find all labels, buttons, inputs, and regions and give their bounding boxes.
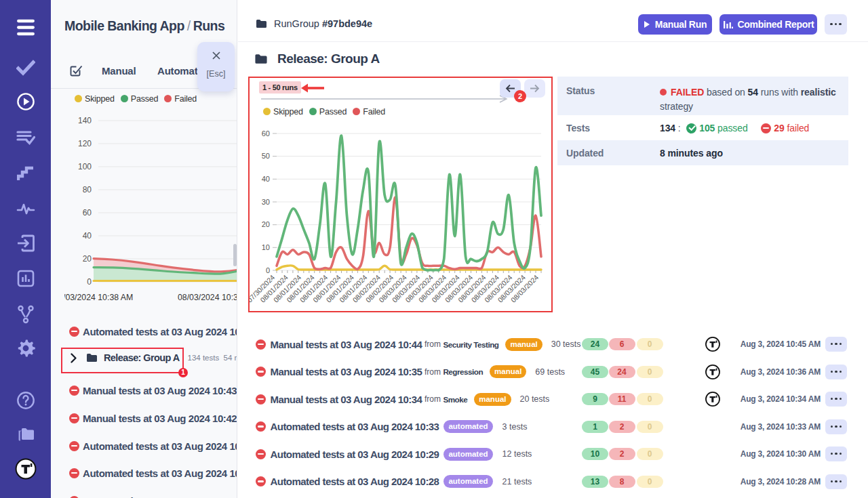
svg-text:08/03/2024 10:39 AM: 08/03/2024 10:39 AM: [178, 293, 237, 302]
svg-text:80: 80: [83, 185, 92, 194]
svg-text:/03/2024 10:38 AM: /03/2024 10:38 AM: [64, 293, 133, 302]
svg-text:60: 60: [83, 208, 92, 217]
svg-text:0: 0: [87, 277, 92, 287]
svg-text:20: 20: [83, 254, 92, 264]
svg-text:140: 140: [78, 116, 92, 125]
svg-text:100: 100: [78, 162, 92, 171]
svg-text:120: 120: [78, 139, 92, 148]
svg-text:40: 40: [83, 231, 92, 241]
